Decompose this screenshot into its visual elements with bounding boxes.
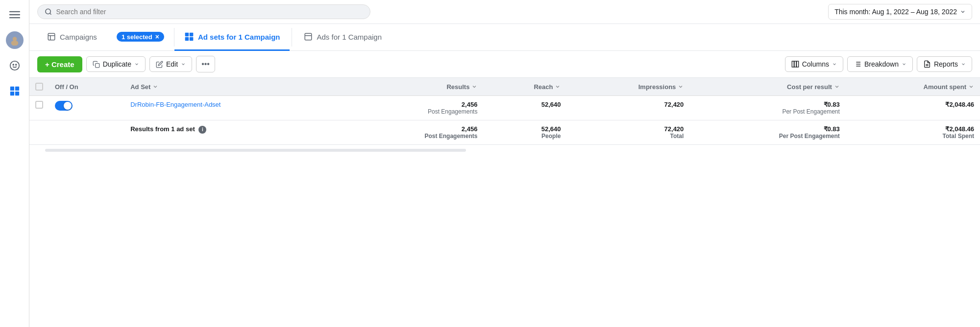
header-results: Results [344, 78, 483, 96]
summary-amount-sub: Total Spent [852, 133, 974, 140]
svg-point-8 [15, 64, 16, 65]
search-input[interactable] [56, 8, 363, 16]
more-button[interactable]: ••• [196, 56, 215, 72]
results-value: 2,456 [350, 101, 477, 108]
svg-line-14 [50, 13, 51, 15]
scrollbar[interactable] [45, 149, 466, 152]
date-range-button[interactable]: This month: Aug 1, 2022 – Aug 18, 2022 [828, 4, 972, 20]
edit-label: Edit [166, 60, 178, 68]
summary-empty-2 [49, 120, 124, 145]
ad-set-toggle[interactable] [55, 101, 73, 111]
tab-selected: 1 selected × [107, 24, 174, 51]
toggle-wrap [55, 101, 119, 111]
smiley-icon[interactable] [6, 57, 24, 74]
row-adset-cell: DrRobin-FB-Engagement-Adset [124, 96, 344, 120]
row-impressions-cell: 72,420 [566, 96, 689, 120]
summary-results-sub: Post Engagements [350, 133, 477, 140]
svg-rect-22 [305, 33, 312, 40]
summary-reach-sub: People [489, 133, 561, 140]
row-checkbox[interactable] [35, 101, 43, 109]
reports-button[interactable]: Reports [917, 56, 972, 72]
results-sort-icon[interactable] [471, 84, 477, 90]
tab-campaigns[interactable]: Campaigns [37, 24, 107, 51]
svg-point-6 [10, 61, 19, 70]
menu-icon[interactable] [6, 6, 24, 23]
sidebar [0, 0, 29, 327]
summary-reach-cell: 52,640 People [483, 120, 566, 145]
columns-button[interactable]: Columns [785, 56, 843, 72]
header-amount-spent: Amount spent [846, 78, 980, 96]
duplicate-label: Duplicate [103, 60, 131, 68]
cpr-sort-icon[interactable] [834, 84, 840, 90]
svg-rect-21 [190, 37, 194, 41]
amount-sort-group: Amount spent [924, 83, 974, 91]
summary-impressions-value: 72,420 [572, 125, 684, 133]
more-label: ••• [201, 60, 210, 68]
tab-ads[interactable]: Ads for 1 Campaign [294, 24, 392, 51]
summary-empty-1 [29, 120, 49, 145]
breakdown-button[interactable]: Breakdown [847, 56, 913, 72]
search-icon [45, 8, 52, 16]
summary-amount-cell: ₹2,048.46 Total Spent [846, 120, 980, 145]
search-bar[interactable] [37, 4, 370, 19]
svg-rect-25 [792, 61, 794, 67]
edit-button[interactable]: Edit [149, 56, 192, 72]
adsets-icon [184, 32, 194, 42]
svg-rect-19 [190, 33, 194, 37]
tab-adsets[interactable]: Ad sets for 1 Campaign [174, 24, 290, 51]
reach-sort-icon[interactable] [555, 84, 561, 90]
table-row: DrRobin-FB-Engagement-Adset 2,456 Post E… [29, 96, 980, 120]
select-all-checkbox[interactable] [35, 83, 43, 91]
svg-rect-11 [10, 92, 14, 95]
header-offon: Off / On [49, 78, 124, 96]
selected-count: 1 selected [122, 33, 152, 41]
columns-label: Columns [802, 60, 829, 68]
summary-impressions-cell: 72,420 Total [566, 120, 689, 145]
toolbar-right: Columns Breakdown Reports [785, 56, 972, 72]
impressions-sort-group: Impressions [638, 83, 684, 91]
impressions-value: 72,420 [572, 101, 684, 108]
row-cpr-cell: ₹0.83 Per Post Engagement [689, 96, 846, 120]
svg-rect-27 [796, 61, 798, 67]
duplicate-button[interactable]: Duplicate [86, 56, 146, 72]
ad-sets-table: Off / On Ad Set Results [29, 78, 980, 145]
selected-badge: 1 selected × [117, 32, 164, 42]
summary-amount-value: ₹2,048.46 [852, 125, 974, 133]
svg-point-4 [12, 37, 17, 41]
reports-label: Reports [934, 60, 958, 68]
header-cost-per-result: Cost per result [689, 78, 846, 96]
header-amount-label: Amount spent [924, 83, 966, 91]
nav-tabs: Campaigns 1 selected × Ad sets for 1 Cam… [29, 24, 980, 51]
duplicate-icon [93, 61, 100, 68]
header-results-label: Results [446, 83, 469, 91]
adset-link[interactable]: DrRobin-FB-Engagement-Adset [130, 101, 220, 108]
svg-rect-15 [48, 33, 55, 40]
avatar[interactable] [6, 31, 24, 49]
breakdown-label: Breakdown [864, 60, 899, 68]
toolbar-left: + Create Duplicate Edit ••• [37, 56, 215, 72]
adset-sort-group: Ad Set [130, 83, 158, 91]
create-button[interactable]: + Create [37, 56, 82, 72]
header-adset-label: Ad Set [130, 83, 150, 91]
chevron-down-icon [960, 9, 966, 15]
ads-icon [304, 32, 313, 41]
columns-dropdown-icon [832, 62, 837, 67]
summary-cpr-value: ₹0.83 [695, 125, 840, 133]
nav-divider-2 [292, 28, 292, 47]
amount-sort-icon[interactable] [968, 84, 974, 90]
adset-sort-icon[interactable] [152, 84, 158, 90]
impressions-sort-icon[interactable] [678, 84, 684, 90]
main-content: This month: Aug 1, 2022 – Aug 18, 2022 C… [29, 0, 980, 327]
table-container: Off / On Ad Set Results [29, 78, 980, 327]
cpr-value: ₹0.83 [695, 101, 840, 108]
grid-icon[interactable] [6, 82, 24, 100]
svg-point-13 [46, 9, 50, 14]
row-reach-cell: 52,640 [483, 96, 566, 120]
summary-cpr-cell: ₹0.83 Per Post Engagement [689, 120, 846, 145]
svg-rect-12 [15, 92, 19, 95]
summary-results-cell: 2,456 Post Engagements [344, 120, 483, 145]
row-toggle-cell [49, 96, 124, 120]
close-badge-button[interactable]: × [155, 33, 159, 41]
columns-icon [791, 60, 799, 68]
info-icon[interactable]: i [198, 126, 206, 134]
